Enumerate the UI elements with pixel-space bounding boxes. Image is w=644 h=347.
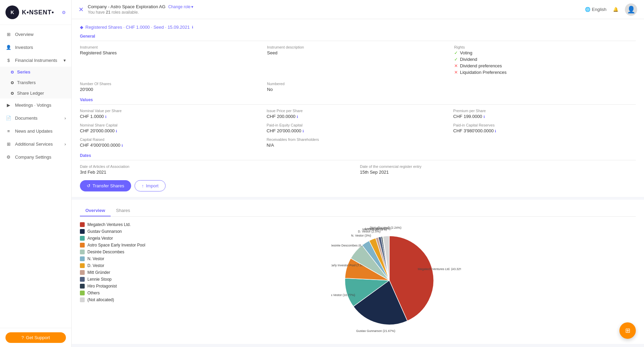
settings-icon[interactable]: ⚙ [62, 10, 66, 15]
language-selector[interactable]: 🌐 English [585, 7, 606, 12]
issue-price-field: Issue Price per Share CHF 200.0000 ℹ [267, 109, 449, 119]
content-area: ◆ Registered Shares · CHF 1.0000 · Seed … [72, 19, 644, 347]
import-icon: ↑ [142, 183, 144, 188]
sidebar-item-additional-services[interactable]: ⊞ Additional Services › [0, 137, 71, 150]
header-info: Company - Astro Space Exploration AG Cha… [88, 4, 193, 15]
language-label: English [592, 7, 606, 12]
legend-color [80, 277, 85, 282]
transfer-label: Transfer Shares [93, 183, 124, 188]
import-button[interactable]: ↑ Import [135, 180, 166, 191]
header-right: 🌐 English 🔔 👤 [585, 3, 637, 16]
video-icon: ▶ [5, 102, 12, 108]
instrument-value: Registered Shares [80, 50, 262, 55]
info-icon[interactable]: ℹ [122, 144, 123, 147]
sidebar-item-company-settings[interactable]: ⚙ Company Settings [0, 150, 71, 163]
info-icon[interactable]: ℹ [495, 129, 496, 133]
legend-item: (Not allocated) [80, 297, 148, 302]
pie-label: N. Vestor (3%) [351, 234, 371, 237]
legend-label: Gustav Gunnarson [87, 229, 122, 234]
legend-color [80, 222, 85, 227]
home-icon: ⊞ [5, 31, 12, 37]
sidebar-item-share-ledger[interactable]: Share Ledger [0, 88, 71, 98]
sidebar-item-overview[interactable]: ⊞ Overview [0, 28, 71, 41]
check-icon: ✓ [454, 50, 458, 55]
receivables-value: N/A [267, 143, 449, 148]
support-area: ? Get Support [0, 328, 71, 347]
sidebar-item-series[interactable]: Series [0, 67, 71, 77]
sidebar-item-meetings[interactable]: ▶ Meetings · Votings [0, 98, 71, 111]
capital-raised-value: CHF 4'000'000.0000 ℹ [80, 143, 263, 148]
sidebar-item-documents[interactable]: 📄 Documents › [0, 111, 71, 124]
instrument-detail-section: ◆ Registered Shares · CHF 1.0000 · Seed … [72, 19, 644, 197]
rights-label: Rights [454, 45, 636, 49]
pie-label: Angela Vestor (10.77%) [331, 293, 355, 297]
sidebar-item-label: Financial Instruments [15, 58, 57, 63]
issue-price-label: Issue Price per Share [267, 109, 449, 113]
change-role-button[interactable]: Change role ▾ [168, 4, 193, 9]
chevron-down-icon: ▾ [191, 4, 193, 9]
issue-price-value: CHF 200.0000 ℹ [267, 114, 449, 119]
premium-field: Premium per Share CHF 199.0000 ℹ [453, 109, 636, 119]
tab-overview[interactable]: Overview [80, 205, 111, 216]
num-shares-label: Number Of Shares [80, 82, 262, 86]
main-area: ✕ Company - Astro Space Exploration AG C… [72, 0, 644, 347]
paid-capital-reserves-label: Paid-in Capital Reserves [453, 123, 636, 127]
info-icon[interactable]: ℹ [192, 25, 193, 29]
info-icon[interactable]: ℹ [303, 129, 304, 133]
close-icon[interactable]: ✕ [79, 6, 84, 13]
overview-content: Megatech Ventures Ltd.Gustav GunnarsonAn… [80, 222, 636, 338]
chart-legend: Megatech Ventures Ltd.Gustav GunnarsonAn… [80, 222, 148, 338]
legend-item: Astro Space Early Investor Pool [80, 243, 148, 248]
legend-color [80, 243, 85, 248]
sidebar-item-news[interactable]: ≡ News and Updates [0, 124, 71, 137]
sidebar-item-transfers[interactable]: Transfers [0, 77, 71, 88]
legend-color [80, 284, 85, 289]
legend-item: Lennie Stoop [80, 277, 148, 282]
sidebar-item-financial-instruments[interactable]: $ Financial Instruments ▾ [0, 54, 71, 67]
info-icon[interactable]: ℹ [484, 115, 485, 119]
date-register-field: Date of the commercial register entry 15… [360, 164, 636, 175]
grid-icon: ⊞ [5, 141, 12, 147]
rights-list: ✓ Voting ✓ Dividend ✕ Dividend preferenc… [454, 50, 636, 75]
pie-chart-area: Megatech Ventures Ltd. (43.32%)Gustav Gu… [156, 222, 636, 338]
doc-icon: 📄 [5, 115, 12, 121]
notification-icon[interactable]: 🔔 [612, 6, 619, 13]
legend-color [80, 256, 85, 261]
legend-label: Desirée Descombes [87, 250, 124, 254]
pie-label: Astro Space Early Investor Pool (7.5%) [331, 264, 365, 267]
legend-item: Angela Vestor [80, 236, 148, 241]
tab-shares[interactable]: Shares [111, 205, 136, 216]
info-icon[interactable]: ℹ [105, 115, 107, 119]
legend-item: Gustav Gunnarson [80, 229, 148, 234]
values-grid: Nominal Value per Share CHF 1.0000 ℹ Iss… [80, 109, 636, 148]
num-shares-value: 20'000 [80, 87, 262, 92]
numbered-label: Numbered [267, 82, 449, 86]
legend-label: Hiro Protagonist [87, 284, 117, 289]
avatar[interactable]: 👤 [625, 3, 637, 16]
right-voting: ✓ Voting [454, 50, 636, 55]
nominal-value-value: CHF 1.0000 ℹ [80, 114, 263, 119]
premium-value: CHF 199.0000 ℹ [453, 114, 636, 119]
sidebar-sub-label: Series [17, 69, 30, 75]
info-icon[interactable]: ℹ [116, 129, 117, 133]
support-button[interactable]: ? Get Support [5, 332, 66, 343]
info-icon[interactable]: ℹ [297, 115, 298, 119]
tabs-bar: Overview Shares [80, 205, 636, 217]
logo-text: K•NSENT• [22, 9, 54, 16]
legend-color [80, 229, 85, 234]
legend-label: Astro Space Early Investor Pool [87, 243, 145, 248]
legend-color [80, 297, 85, 302]
chevron-right-icon: › [65, 116, 66, 121]
date-articles-field: Date of Articles of Association 3rd Feb … [80, 164, 356, 175]
list-icon: ≡ [5, 128, 12, 134]
sidebar-sub-label: Share Ledger [17, 91, 44, 96]
pie-label: (Not allocated) (2.24%) [370, 226, 402, 229]
sidebar-item-investors[interactable]: 👤 Investors [0, 41, 71, 54]
paid-equity-label: Paid-in Equity Capital [267, 123, 449, 127]
date-articles-label: Date of Articles of Association [80, 164, 356, 169]
paid-capital-reserves-field: Paid-in Capital Reserves CHF 3'980'000.0… [453, 123, 636, 133]
general-grid: Instrument Registered Shares Instrument … [80, 45, 636, 92]
transfer-shares-button[interactable]: ↺ Transfer Shares [80, 180, 131, 191]
float-action-button[interactable]: ⊞ [619, 322, 636, 339]
transfer-icon: ↺ [87, 183, 90, 188]
